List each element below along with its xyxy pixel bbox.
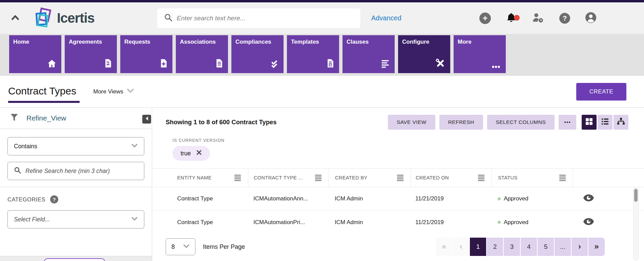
- view-details-button[interactable]: [583, 194, 594, 203]
- page-button-1[interactable]: 1: [470, 238, 486, 256]
- sidebar-footer-button[interactable]: [44, 258, 105, 261]
- icertis-logo-text: Icertis: [57, 10, 95, 26]
- next-page-button[interactable]: ›: [572, 238, 588, 256]
- column-header-label: STATUS: [498, 175, 517, 180]
- refine-search-input[interactable]: [25, 168, 138, 175]
- column-menu-icon[interactable]: [478, 175, 485, 181]
- column-header-status[interactable]: STATUS: [492, 169, 573, 187]
- column-header-created-on[interactable]: CREATED ON: [411, 169, 492, 187]
- refine-body: Contains CATEGORIES ? Sele: [0, 129, 152, 229]
- nav-tile-label: Agreements: [69, 39, 102, 45]
- nav-tile-home[interactable]: Home: [9, 35, 61, 73]
- operator-select[interactable]: Contains: [7, 137, 144, 155]
- operator-select-value: Contains: [14, 143, 37, 150]
- page-button-2[interactable]: 2: [487, 238, 503, 256]
- create-button[interactable]: CREATE: [576, 83, 626, 101]
- question-help-icon[interactable]: ?: [50, 195, 58, 203]
- refine-search-box[interactable]: [7, 162, 144, 180]
- hierarchy-view-icon: [617, 117, 625, 127]
- category-field-select[interactable]: Select Field...: [7, 210, 144, 229]
- chevron-down-icon: [131, 216, 138, 223]
- more-views-dropdown[interactable]: More Views: [93, 88, 134, 95]
- scrollbar-thumb[interactable]: [634, 189, 638, 202]
- help-button[interactable]: ?: [559, 13, 570, 24]
- view-details-button[interactable]: [583, 218, 594, 227]
- notifications-button[interactable]: [506, 12, 517, 25]
- nav-tile-label: Associations: [180, 39, 216, 45]
- nav-tile-requests[interactable]: Requests: [120, 35, 172, 73]
- page-button-3[interactable]: 3: [504, 238, 520, 256]
- column-menu-icon[interactable]: [234, 175, 241, 181]
- table-row[interactable]: Contract Type ICMAutomationAnn... ICM Ad…: [152, 187, 644, 211]
- page-size-select[interactable]: 8: [166, 238, 195, 255]
- cell-created-by: ICM Admin: [329, 187, 411, 210]
- nav-tile-more[interactable]: More: [454, 35, 506, 73]
- page-ellipsis-button[interactable]: ...: [555, 238, 571, 256]
- categories-row: CATEGORIES ?: [7, 195, 144, 203]
- nav-tile-configure[interactable]: Configure: [398, 35, 450, 73]
- nav-tile-compliances[interactable]: Compliances: [231, 35, 284, 73]
- cell-contract-type-name: ICMAutomationPri...: [248, 211, 329, 234]
- refresh-button[interactable]: REFRESH: [439, 115, 483, 130]
- column-header-created-by[interactable]: CREATED BY: [329, 169, 411, 187]
- results-summary: Showing 1 to 8 of 600 Contract Types: [166, 118, 277, 126]
- last-page-button[interactable]: »: [588, 238, 605, 256]
- filter-field-label: IS CURRENT VERSION: [172, 138, 644, 143]
- column-menu-icon[interactable]: [559, 175, 566, 181]
- delegation-button[interactable]: [532, 12, 544, 24]
- table-row[interactable]: Contract Type ICMAutomationPri... ICM Ad…: [152, 211, 644, 234]
- previous-page-button[interactable]: ‹: [453, 238, 469, 256]
- column-header-entity-name[interactable]: ENTITY NAME: [152, 169, 248, 187]
- nav-tile-templates[interactable]: Templates: [287, 35, 339, 73]
- status-dot: [498, 197, 501, 200]
- categories-label: CATEGORIES: [7, 196, 45, 203]
- advanced-search-link[interactable]: Advanced: [371, 14, 401, 22]
- cell-created-by: ICM Admin: [329, 211, 411, 234]
- cell-status: Approved: [492, 211, 573, 234]
- request-document-icon: [159, 58, 168, 70]
- more-actions-button[interactable]: ⋯: [559, 115, 576, 130]
- cell-entity-name: Contract Type: [152, 187, 248, 210]
- collapse-header-button[interactable]: [9, 12, 22, 25]
- main-nav: Home Agreements Requests Associations Co…: [0, 34, 644, 76]
- icertis-logo-mark-icon: [35, 8, 54, 29]
- nav-tile-label: Compliances: [235, 39, 271, 45]
- vertical-scrollbar[interactable]: [633, 188, 639, 260]
- add-new-button[interactable]: +: [479, 13, 491, 24]
- profile-icon: [585, 12, 597, 25]
- column-header-label: CREATED BY: [335, 175, 368, 180]
- view-toggle-group: [582, 115, 628, 130]
- first-page-button[interactable]: «: [436, 238, 452, 256]
- global-search-input[interactable]: [177, 15, 354, 22]
- refine-view-title: Refine_View: [26, 114, 66, 122]
- eye-icon: [583, 194, 594, 203]
- page-size-value: 8: [171, 243, 175, 251]
- save-view-button[interactable]: SAVE VIEW: [388, 115, 435, 130]
- profile-button[interactable]: [585, 12, 597, 25]
- collapse-sidebar-button[interactable]: [142, 115, 151, 124]
- nav-tile-label: Clauses: [347, 39, 369, 45]
- page-button-4[interactable]: 4: [521, 238, 537, 256]
- close-icon: [196, 150, 202, 157]
- select-columns-button[interactable]: SELECT COLUMNS: [487, 115, 555, 130]
- more-views-label: More Views: [93, 88, 123, 95]
- global-search-box[interactable]: [157, 8, 360, 28]
- filter-chip-value: true: [181, 150, 191, 157]
- nav-tile-clauses[interactable]: Clauses: [342, 35, 395, 73]
- nav-tile-associations[interactable]: Associations: [176, 35, 228, 73]
- results-toolbar: Showing 1 to 8 of 600 Contract Types SAV…: [152, 114, 644, 130]
- column-menu-icon[interactable]: [397, 175, 404, 181]
- list-view-button[interactable]: [598, 115, 612, 130]
- column-header-label: CREATED ON: [416, 175, 449, 180]
- page-button-5[interactable]: 5: [538, 238, 554, 256]
- grid-view-button[interactable]: [582, 115, 597, 130]
- content-area: Refine_View Contains: [0, 108, 644, 261]
- column-header-contract-type[interactable]: CONTRACT TYPE ...: [248, 169, 329, 187]
- remove-filter-button[interactable]: [196, 150, 202, 157]
- column-menu-icon[interactable]: [315, 175, 322, 181]
- hierarchy-view-button[interactable]: [614, 115, 628, 130]
- nav-tile-agreements[interactable]: Agreements: [65, 35, 117, 73]
- top-bar-icons: + ?: [479, 12, 597, 25]
- chevron-down-icon: [127, 88, 134, 95]
- table-header-row: ENTITY NAME CONTRACT TYPE ... CREATED BY: [152, 168, 644, 187]
